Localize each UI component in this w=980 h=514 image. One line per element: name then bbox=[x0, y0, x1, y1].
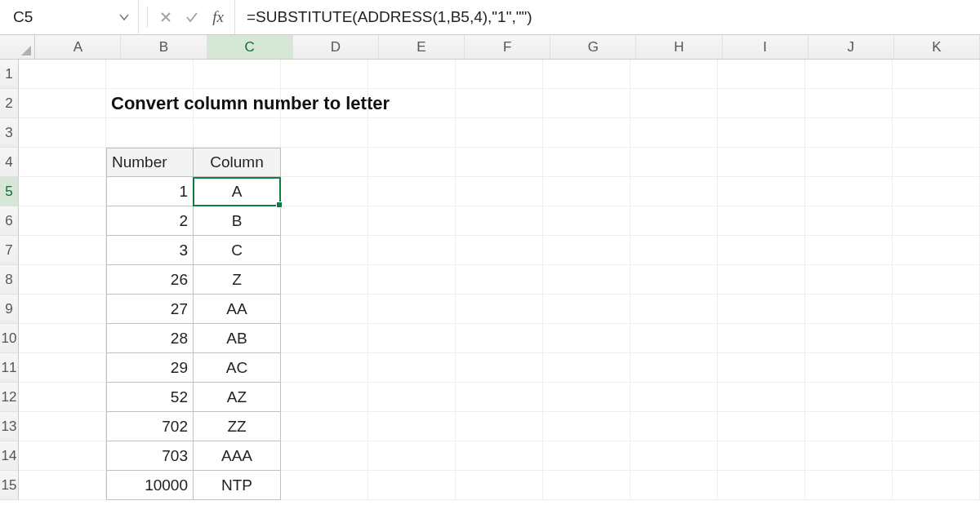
cell-C6[interactable]: B bbox=[194, 206, 281, 236]
cell-K8[interactable] bbox=[893, 265, 980, 295]
chevron-down-icon[interactable] bbox=[118, 11, 130, 23]
cell-F15[interactable] bbox=[456, 471, 543, 500]
col-header-C[interactable]: C bbox=[207, 35, 293, 59]
row-header-11[interactable]: 11 bbox=[0, 353, 19, 383]
cell-B9[interactable]: 27 bbox=[106, 295, 194, 324]
cell-A15[interactable] bbox=[19, 471, 106, 500]
insert-function-button[interactable]: fx bbox=[207, 6, 229, 29]
cell-K13[interactable] bbox=[893, 412, 980, 441]
cell-H3[interactable] bbox=[630, 118, 718, 148]
row-header-13[interactable]: 13 bbox=[0, 412, 19, 441]
row-header-5[interactable]: 5 bbox=[0, 177, 19, 206]
cell-F14[interactable] bbox=[456, 441, 543, 471]
cell-B1[interactable] bbox=[106, 60, 194, 89]
col-header-G[interactable]: G bbox=[550, 35, 636, 59]
cell-J2[interactable] bbox=[805, 89, 893, 118]
cell-C8[interactable]: Z bbox=[194, 265, 281, 295]
cell-K2[interactable] bbox=[893, 89, 980, 118]
cell-D7[interactable] bbox=[281, 236, 368, 265]
cell-K1[interactable] bbox=[893, 60, 980, 89]
cell-E14[interactable] bbox=[368, 441, 456, 471]
cell-C1[interactable] bbox=[194, 60, 281, 89]
cell-A3[interactable] bbox=[19, 118, 106, 148]
cell-J12[interactable] bbox=[805, 383, 893, 412]
cell-H6[interactable] bbox=[630, 206, 718, 236]
cell-H5[interactable] bbox=[630, 177, 718, 206]
row-header-15[interactable]: 15 bbox=[0, 471, 19, 500]
cell-H11[interactable] bbox=[630, 353, 718, 383]
cell-H4[interactable] bbox=[630, 148, 718, 177]
cell-D1[interactable] bbox=[281, 60, 368, 89]
row-header-8[interactable]: 8 bbox=[0, 265, 19, 295]
cell-J14[interactable] bbox=[805, 441, 893, 471]
cell-J13[interactable] bbox=[805, 412, 893, 441]
cell-B6[interactable]: 2 bbox=[106, 206, 194, 236]
cell-G2[interactable] bbox=[543, 89, 630, 118]
cell-I8[interactable] bbox=[718, 265, 805, 295]
cell-E9[interactable] bbox=[368, 295, 456, 324]
cell-J9[interactable] bbox=[805, 295, 893, 324]
cell-J1[interactable] bbox=[805, 60, 893, 89]
cell-G14[interactable] bbox=[543, 441, 630, 471]
cell-A1[interactable] bbox=[19, 60, 106, 89]
cell-F9[interactable] bbox=[456, 295, 543, 324]
cell-F13[interactable] bbox=[456, 412, 543, 441]
cell-D12[interactable] bbox=[281, 383, 368, 412]
cell-G7[interactable] bbox=[543, 236, 630, 265]
cell-C5[interactable]: A bbox=[194, 177, 281, 206]
cell-E7[interactable] bbox=[368, 236, 456, 265]
cell-A8[interactable] bbox=[19, 265, 106, 295]
cell-F10[interactable] bbox=[456, 324, 543, 353]
cell-J11[interactable] bbox=[805, 353, 893, 383]
row-header-7[interactable]: 7 bbox=[0, 236, 19, 265]
cell-J7[interactable] bbox=[805, 236, 893, 265]
cell-F1[interactable] bbox=[456, 60, 543, 89]
cell-I14[interactable] bbox=[718, 441, 805, 471]
cell-E15[interactable] bbox=[368, 471, 456, 500]
cell-F6[interactable] bbox=[456, 206, 543, 236]
row-header-4[interactable]: 4 bbox=[0, 148, 19, 177]
col-header-D[interactable]: D bbox=[293, 35, 379, 59]
cell-D8[interactable] bbox=[281, 265, 368, 295]
cell-K5[interactable] bbox=[893, 177, 980, 206]
cell-I7[interactable] bbox=[718, 236, 805, 265]
cell-E1[interactable] bbox=[368, 60, 456, 89]
cell-I1[interactable] bbox=[718, 60, 805, 89]
row-header-14[interactable]: 14 bbox=[0, 441, 19, 471]
cell-J4[interactable] bbox=[805, 148, 893, 177]
cell-B8[interactable]: 26 bbox=[106, 265, 194, 295]
formula-input[interactable] bbox=[235, 0, 980, 34]
cell-H1[interactable] bbox=[630, 60, 718, 89]
cell-B5[interactable]: 1 bbox=[106, 177, 194, 206]
cell-G12[interactable] bbox=[543, 383, 630, 412]
cell-A6[interactable] bbox=[19, 206, 106, 236]
cell-K10[interactable] bbox=[893, 324, 980, 353]
row-header-6[interactable]: 6 bbox=[0, 206, 19, 236]
cell-G10[interactable] bbox=[543, 324, 630, 353]
cell-A12[interactable] bbox=[19, 383, 106, 412]
cancel-formula-button[interactable] bbox=[154, 6, 177, 29]
cell-D9[interactable] bbox=[281, 295, 368, 324]
cell-C14[interactable]: AAA bbox=[194, 441, 281, 471]
cell-G4[interactable] bbox=[543, 148, 630, 177]
col-header-K[interactable]: K bbox=[894, 35, 980, 59]
cell-E11[interactable] bbox=[368, 353, 456, 383]
cell-H2[interactable] bbox=[630, 89, 718, 118]
cell-I2[interactable] bbox=[718, 89, 805, 118]
cell-K15[interactable] bbox=[893, 471, 980, 500]
cell-F8[interactable] bbox=[456, 265, 543, 295]
cell-B2[interactable]: Convert column number to letter bbox=[106, 89, 194, 118]
cell-J5[interactable] bbox=[805, 177, 893, 206]
cell-F7[interactable] bbox=[456, 236, 543, 265]
col-header-J[interactable]: J bbox=[808, 35, 894, 59]
cell-J10[interactable] bbox=[805, 324, 893, 353]
cell-F5[interactable] bbox=[456, 177, 543, 206]
enter-formula-button[interactable] bbox=[180, 6, 203, 29]
cell-G6[interactable] bbox=[543, 206, 630, 236]
cell-H9[interactable] bbox=[630, 295, 718, 324]
cell-B7[interactable]: 3 bbox=[106, 236, 194, 265]
col-header-E[interactable]: E bbox=[379, 35, 465, 59]
cell-G15[interactable] bbox=[543, 471, 630, 500]
cell-I15[interactable] bbox=[718, 471, 805, 500]
row-header-1[interactable]: 1 bbox=[0, 60, 19, 89]
